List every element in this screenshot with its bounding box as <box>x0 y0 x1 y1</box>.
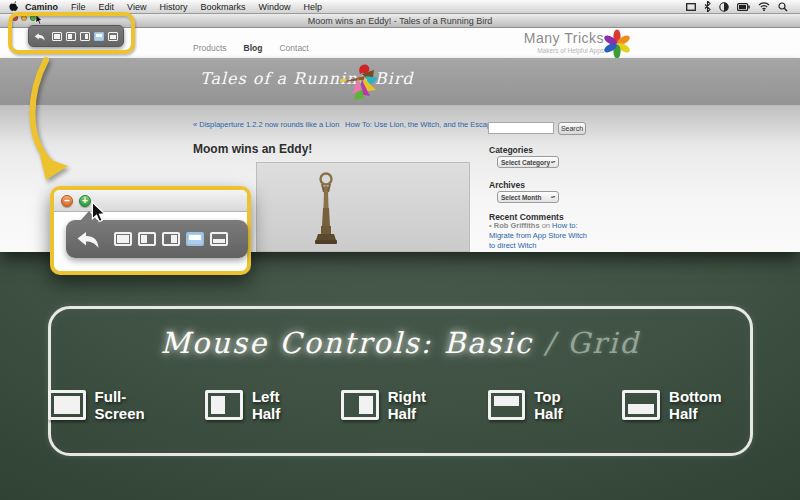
left-half-icon <box>205 390 243 420</box>
spotlight-icon[interactable] <box>778 2 788 12</box>
callout-title-bar: – + <box>54 190 247 212</box>
bottom-half-icon <box>622 390 660 420</box>
menu-status-icons <box>686 1 800 12</box>
post-title: Moom wins an Eddy! <box>193 142 312 156</box>
nav-products[interactable]: Products <box>193 43 227 53</box>
categories-heading: Categories <box>489 145 533 155</box>
pinwheel-logo-icon <box>602 29 632 59</box>
full-screen-icon <box>48 390 86 420</box>
blog-banner: Tales of a Running Bird <box>0 58 800 105</box>
recent-comment-item: • Rob Griffiths on How to: Migrate from … <box>489 221 591 251</box>
full-screen-icon[interactable] <box>114 232 132 246</box>
battery-icon[interactable] <box>737 3 750 11</box>
archives-selected-value: Select Month <box>501 194 541 201</box>
legend-label: Top Half <box>534 388 592 422</box>
legend-label: Right Half <box>388 388 458 422</box>
post-navigation: « Displaperture 1.2.2 now rounds like a … <box>193 120 473 129</box>
minimize-button[interactable] <box>21 15 27 21</box>
brand-name: Many Tricks <box>524 30 604 46</box>
nav-blog-label: Blog <box>244 43 263 53</box>
menu-item-history[interactable]: History <box>159 2 187 12</box>
comment-author: Rob Griffiths <box>494 221 540 230</box>
search-input[interactable] <box>488 122 554 134</box>
menu-item-edit[interactable]: Edit <box>99 2 115 12</box>
eddy-statue-icon <box>313 168 339 248</box>
left-half-icon[interactable] <box>66 32 76 41</box>
desktop: Camino File Edit View History Bookmarks … <box>0 0 800 500</box>
bluetooth-icon[interactable] <box>704 1 711 12</box>
full-screen-icon[interactable] <box>52 32 62 41</box>
nav-contact[interactable]: Contact <box>279 43 308 53</box>
top-half-icon <box>488 390 526 420</box>
mouse-controls-legend: Full-Screen Left Half Right Half Top Hal… <box>48 388 753 422</box>
minimize-button[interactable]: – <box>61 195 73 207</box>
close-button[interactable] <box>12 15 18 21</box>
next-post-link[interactable]: How To: Use Lion, the Witch, and the Esc… <box>345 120 485 129</box>
zoom-button[interactable]: + <box>79 195 91 207</box>
mouse-cursor-icon <box>91 201 106 223</box>
menu-item-file[interactable]: File <box>71 2 86 12</box>
legend-label: Left Half <box>252 388 311 422</box>
moom-menu-icon[interactable] <box>686 3 696 11</box>
top-half-icon[interactable] <box>94 32 104 41</box>
window-title: Moom wins an Eddy! - Tales of a Running … <box>308 16 492 26</box>
back-arrow-icon[interactable] <box>34 31 45 42</box>
bottom-half-icon[interactable] <box>210 232 228 246</box>
legend-label: Bottom Half <box>669 388 753 422</box>
left-half-icon[interactable] <box>138 232 156 246</box>
chalk-title-colon: : <box>421 326 433 360</box>
right-half-icon[interactable] <box>162 232 180 246</box>
blog-banner-title: Tales of a Running Bird <box>200 69 414 88</box>
eddy-award-image <box>256 162 470 252</box>
legend-item-top-half: Top Half <box>488 388 593 422</box>
site-nav: Products Blog Contact <box>193 43 309 53</box>
brand[interactable]: Many Tricks Makers of Helpful Apps <box>524 30 604 54</box>
menu-item-view[interactable]: View <box>127 2 146 12</box>
menu-item-window[interactable]: Window <box>258 2 290 12</box>
bottom-half-icon[interactable] <box>108 32 118 41</box>
legend-label: Full-Screen <box>95 388 176 422</box>
categories-selected-value: Select Category <box>501 159 550 166</box>
top-half-icon[interactable] <box>186 232 204 246</box>
menu-item-help[interactable]: Help <box>303 2 322 12</box>
search-button[interactable]: Search <box>558 122 586 135</box>
menu-bar: Camino File Edit View History Bookmarks … <box>0 0 800 14</box>
chalk-title-basic: Basic <box>444 326 533 360</box>
select-stepper-icon: ▴▾ <box>551 160 555 164</box>
callout-arrow-annotation <box>16 56 76 184</box>
select-stepper-icon: ▴▾ <box>551 195 555 199</box>
menu-item-camino[interactable]: Camino <box>25 2 58 12</box>
display-icon[interactable] <box>719 2 729 12</box>
right-half-icon <box>341 390 379 420</box>
categories-select[interactable]: Select Category ▴▾ <box>497 156 559 168</box>
brand-tagline: Makers of Helpful Apps <box>524 47 604 54</box>
back-arrow-icon[interactable] <box>76 229 100 249</box>
comment-bullet: • <box>489 221 492 230</box>
moom-callout-window: – + <box>50 186 251 275</box>
archives-heading: Archives <box>489 180 525 190</box>
comment-connector: on <box>542 221 550 230</box>
apple-menu-icon[interactable] <box>0 1 25 12</box>
chalk-title-main: Mouse Controls <box>160 326 421 360</box>
moom-palette-mini <box>28 25 124 47</box>
archives-select[interactable]: Select Month ▴▾ <box>497 191 559 203</box>
menu-items: Camino File Edit View History Bookmarks … <box>25 2 322 12</box>
chalk-title-separator: / <box>544 326 556 360</box>
running-bird-icon <box>338 60 380 104</box>
mouse-cursor-icon <box>35 14 43 25</box>
legend-item-full-screen: Full-Screen <box>48 388 175 422</box>
moom-palette <box>66 220 248 258</box>
legend-item-bottom-half: Bottom Half <box>622 388 753 422</box>
window-traffic-lights <box>12 15 36 21</box>
legend-item-left-half: Left Half <box>205 388 311 422</box>
legend-item-right-half: Right Half <box>341 388 458 422</box>
wifi-icon[interactable] <box>758 2 770 11</box>
menu-item-bookmarks[interactable]: Bookmarks <box>200 2 245 12</box>
right-half-icon[interactable] <box>80 32 90 41</box>
chalk-title: Mouse Controls: Basic / Grid <box>0 326 800 360</box>
prev-post-link[interactable]: « Displaperture 1.2.2 now rounds like a … <box>193 120 339 129</box>
chalk-title-grid: Grid <box>567 326 640 360</box>
nav-blog[interactable]: Blog <box>244 43 263 53</box>
